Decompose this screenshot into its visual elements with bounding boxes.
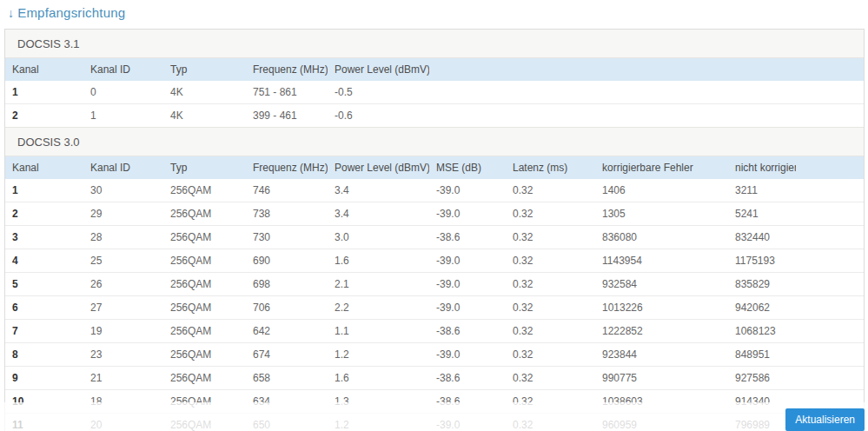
- cell: 3: [5, 226, 83, 249]
- cell: 0.32: [506, 179, 595, 202]
- column-header: Kanal ID: [83, 156, 163, 179]
- cell: 1175193: [728, 249, 796, 273]
- channel-tables-panel: DOCSIS 3.1 KanalKanal IDTypFrequenz (MHz…: [4, 29, 865, 431]
- cell: 7: [5, 320, 83, 343]
- cell: 0.32: [506, 367, 595, 390]
- cell: 4K: [163, 81, 246, 104]
- cell: -39.0: [429, 273, 506, 296]
- cell: 836080: [595, 226, 728, 249]
- cell: 1.1: [328, 320, 429, 343]
- cell: 1: [5, 179, 83, 202]
- cell: 28: [83, 226, 163, 249]
- cell: 658: [246, 367, 328, 390]
- cell: -39.0: [429, 343, 506, 367]
- column-header: nicht korrigierbare Fehler: [728, 156, 796, 179]
- page-title: ↓Empfangsrichtung: [8, 5, 868, 20]
- cell-filler: [796, 320, 864, 343]
- cell: 256QAM: [163, 273, 246, 296]
- cell: 848951: [728, 343, 796, 367]
- column-header: Kanal ID: [83, 58, 163, 81]
- cell: 835829: [728, 273, 796, 296]
- table-row: 130256QAM7463.4-39.00.3214063211: [5, 179, 864, 202]
- cell: 399 - 461: [246, 104, 328, 128]
- cell: 25: [83, 249, 163, 273]
- cell: 2: [5, 202, 83, 226]
- cell: 256QAM: [163, 343, 246, 367]
- cell: 832440: [728, 226, 796, 249]
- cell: 1013226: [595, 296, 728, 320]
- down-arrow-icon: ↓: [8, 6, 14, 20]
- column-header: Typ: [163, 58, 246, 81]
- cell: 9: [5, 367, 83, 390]
- cell-filler: [429, 81, 864, 104]
- cell: 5: [5, 273, 83, 296]
- page: ↓Empfangsrichtung DOCSIS 3.1 KanalKanal …: [0, 0, 868, 431]
- cell: 23: [83, 343, 163, 367]
- cell: 1: [83, 104, 163, 128]
- cell: -38.6: [429, 367, 506, 390]
- cell: 8: [5, 343, 83, 367]
- cell: 0.32: [506, 226, 595, 249]
- cell: 30: [83, 179, 163, 202]
- cell: 706: [246, 296, 328, 320]
- table-row: 214K399 - 461-0.6: [5, 104, 864, 128]
- loading-fade-overlay: [0, 402, 868, 431]
- refresh-button[interactable]: Aktualisieren: [785, 408, 865, 431]
- cell: 256QAM: [163, 226, 246, 249]
- table-row: 104K751 - 861-0.5: [5, 81, 864, 104]
- cell-filler: [429, 104, 864, 128]
- cell: 1406: [595, 179, 728, 202]
- cell: 690: [246, 249, 328, 273]
- cell: 4K: [163, 104, 246, 128]
- cell: 0.32: [506, 273, 595, 296]
- cell: 642: [246, 320, 328, 343]
- docsis31-table: KanalKanal IDTypFrequenz (MHz)Power Leve…: [5, 58, 864, 127]
- cell: 3.4: [328, 179, 429, 202]
- cell: 0.32: [506, 296, 595, 320]
- cell-filler: [796, 226, 864, 249]
- column-header: Typ: [163, 156, 246, 179]
- cell: 256QAM: [163, 296, 246, 320]
- column-header-filler: [429, 58, 864, 81]
- cell: 932584: [595, 273, 728, 296]
- cell: 0.32: [506, 202, 595, 226]
- cell-filler: [796, 249, 864, 273]
- cell: 256QAM: [163, 179, 246, 202]
- column-header: Frequenz (MHz): [246, 58, 328, 81]
- table-row: 719256QAM6421.1-38.60.3212228521068123: [5, 320, 864, 343]
- cell: 256QAM: [163, 202, 246, 226]
- cell: 19: [83, 320, 163, 343]
- table-header-row: KanalKanal IDTypFrequenz (MHz)Power Leve…: [5, 58, 864, 81]
- cell: 0: [83, 81, 163, 104]
- cell: 2: [5, 104, 83, 128]
- column-header: MSE (dB): [429, 156, 506, 179]
- cell: 1.2: [328, 343, 429, 367]
- section-header-docsis30: DOCSIS 3.0: [5, 127, 864, 156]
- column-header: Latenz (ms): [506, 156, 595, 179]
- table-row: 328256QAM7303.0-38.60.32836080832440: [5, 226, 864, 249]
- cell: 1222852: [595, 320, 728, 343]
- cell: 0.32: [506, 320, 595, 343]
- section-header-docsis31: DOCSIS 3.1: [5, 30, 864, 58]
- cell-filler: [796, 343, 864, 367]
- table-row: 229256QAM7383.4-39.00.3213055241: [5, 202, 864, 226]
- cell: 990775: [595, 367, 728, 390]
- cell: 674: [246, 343, 328, 367]
- cell: 256QAM: [163, 367, 246, 390]
- cell: -38.6: [429, 226, 506, 249]
- table-header-row: KanalKanal IDTypFrequenz (MHz)Power Leve…: [5, 156, 864, 179]
- cell: 0.32: [506, 249, 595, 273]
- cell: 3.0: [328, 226, 429, 249]
- cell: -0.6: [328, 104, 429, 128]
- table-row: 823256QAM6741.2-39.00.32923844848951: [5, 343, 864, 367]
- cell: 27: [83, 296, 163, 320]
- page-title-text: Empfangsrichtung: [17, 5, 125, 20]
- cell: 1068123: [728, 320, 796, 343]
- column-header: Power Level (dBmV): [328, 58, 429, 81]
- cell: 3.4: [328, 202, 429, 226]
- column-header: Kanal: [5, 58, 83, 81]
- cell: 256QAM: [163, 249, 246, 273]
- cell: 0.32: [506, 343, 595, 367]
- cell: 942062: [728, 296, 796, 320]
- cell-filler: [796, 273, 864, 296]
